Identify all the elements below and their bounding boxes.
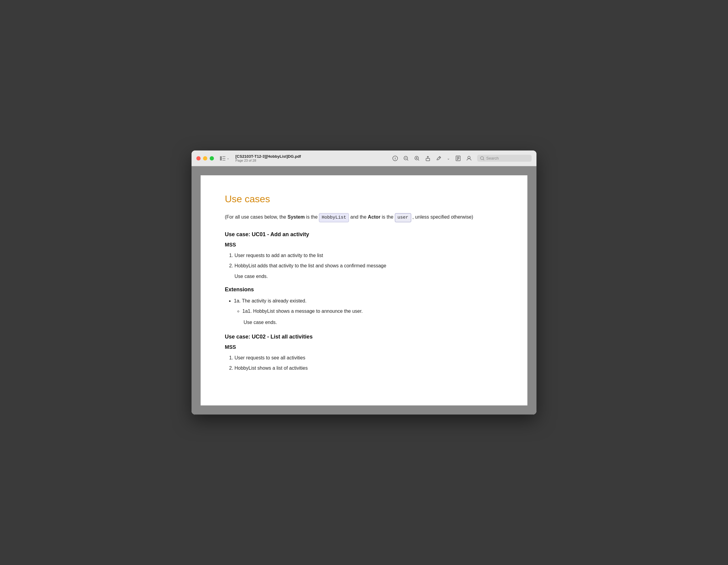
zoom-in-icon[interactable] [414,156,420,161]
intro-paragraph: (For all use cases below, the System is … [225,213,503,222]
dropdown-arrow-icon[interactable]: ⌄ [447,156,450,160]
zoom-out-icon[interactable] [403,156,409,161]
hobbylist-badge: HobbyList [319,213,349,222]
svg-rect-19 [457,159,458,160]
intro-actor: and the [349,214,368,219]
search-input[interactable] [486,156,523,160]
chevron-down-icon: ⌄ [227,156,229,160]
info-icon[interactable]: i [392,156,398,161]
system-bold: System [287,214,305,219]
use-case-1-block: Use case: UC01 - Add an activity MSS Use… [225,231,503,279]
svg-rect-17 [457,157,459,157]
share-icon[interactable] [425,156,431,161]
sidebar-toggle-button[interactable]: ⌄ [220,156,229,160]
intro-suffix: , unless specified otherwise) [411,214,473,219]
sidebar-icon [220,156,225,160]
account-icon[interactable] [466,156,472,161]
svg-line-8 [407,159,408,160]
intro-system-is: is the [305,214,319,219]
browser-window: ⌄ [CS2103T-T12-3][HobbyList]DG.pdf Page … [192,150,536,415]
mss-1-list: User requests to add an activity to the … [234,251,503,269]
sub-extensions-list: 1a1. HobbyList shows a message to announ… [242,307,503,315]
list-item: 1a1. HobbyList shows a message to announ… [242,307,503,315]
mss-heading-1: MSS [225,242,503,248]
use-case-1-heading: Use case: UC01 - Add an activity [225,231,503,238]
svg-rect-18 [457,158,459,159]
use-case-ends-2: Use case ends. [244,319,503,327]
list-item: User requests to add an activity to the … [234,251,503,259]
user-badge: user [395,213,411,222]
close-button[interactable] [196,156,201,160]
minimize-button[interactable] [203,156,207,160]
use-case-2-heading: Use case: UC02 - List all activities [225,334,503,340]
list-item: 1a. The activity is already existed. 1a1… [234,297,503,327]
page-view-icon[interactable] [455,156,461,161]
svg-point-21 [480,156,484,159]
extensions-heading: Extensions [225,287,503,293]
svg-rect-0 [220,156,222,160]
mss-heading-2: MSS [225,344,503,350]
maximize-button[interactable] [210,156,214,160]
pdf-area: Use cases (For all use cases below, the … [192,166,536,415]
use-case-2-block: Use case: UC02 - List all activities MSS… [225,334,503,372]
svg-point-20 [468,156,470,159]
extensions-block: Extensions 1a. The activity is already e… [225,287,503,327]
svg-rect-2 [222,158,225,159]
search-box[interactable] [477,155,532,162]
intro-before-system: (For all use cases below, the [225,214,287,219]
svg-rect-3 [222,160,225,160]
list-item: HobbyList adds that activity to the list… [234,262,503,270]
mss-2-list: User requests to see all activities Hobb… [234,354,503,372]
svg-line-22 [483,159,484,160]
search-icon [480,156,484,160]
page-title: Use cases [225,193,503,205]
actor-bold: Actor [368,214,381,219]
svg-line-12 [418,159,419,160]
extensions-list: 1a. The activity is already existed. 1a1… [234,297,503,327]
svg-rect-1 [222,156,225,157]
list-item: User requests to see all activities [234,354,503,362]
toolbar-icons: i [392,155,532,162]
page-info-label: Page 23 of 28 [235,159,301,162]
intro-actor-is: is the [380,214,395,219]
list-item: HobbyList shows a list of activities [234,364,503,372]
svg-text:i: i [395,156,395,160]
use-case-ends-1: Use case ends. [234,274,503,279]
filename-label: [CS2103T-T12-3][HobbyList]DG.pdf [235,154,301,159]
title-info: [CS2103T-T12-3][HobbyList]DG.pdf Page 23… [235,154,301,162]
svg-rect-13 [426,158,430,161]
titlebar: ⌄ [CS2103T-T12-3][HobbyList]DG.pdf Page … [192,150,536,166]
pdf-page: Use cases (For all use cases below, the … [201,175,527,406]
edit-icon[interactable] [436,156,441,161]
traffic-lights [196,156,214,160]
